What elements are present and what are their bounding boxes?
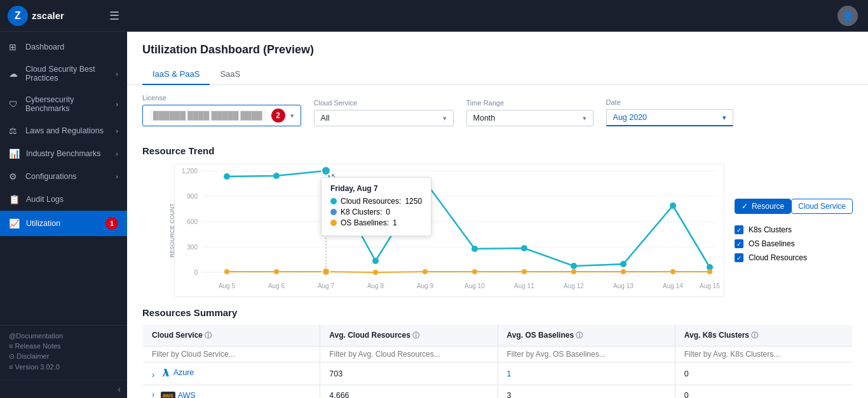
license-select[interactable]: ██████ ████ █████ ████ 2 ▾ bbox=[142, 105, 301, 126]
svg-text:300: 300 bbox=[187, 244, 198, 251]
os-baselines-dot bbox=[621, 269, 626, 274]
svg-text:1,200: 1,200 bbox=[182, 168, 198, 175]
footer-disclaimer[interactable]: ⊙ Disclaimer bbox=[9, 352, 118, 361]
cloud-service-info-icon[interactable]: ⓘ bbox=[205, 331, 212, 339]
k8s-checkbox[interactable] bbox=[735, 225, 743, 234]
os-checkbox[interactable] bbox=[735, 239, 743, 248]
tooltip-item-os: OS Baselines: 1 bbox=[330, 218, 422, 227]
user-avatar[interactable]: 👤 bbox=[837, 6, 858, 26]
filter-cloud-service[interactable] bbox=[143, 347, 320, 362]
filter-avg-k8s-clusters[interactable] bbox=[675, 347, 852, 362]
svg-text:Aug 11: Aug 11 bbox=[514, 282, 534, 289]
chart-area: RESOURCE COUNT 0 300 bbox=[142, 164, 853, 297]
sidebar-item-label: Laws and Regulations bbox=[25, 126, 104, 135]
footer-release-notes[interactable]: ≡ Release Notes bbox=[9, 342, 118, 350]
os-baselines-dot bbox=[274, 269, 279, 274]
utilization-badge: 1 bbox=[105, 217, 118, 230]
cloud-service-select[interactable]: All ▾ bbox=[314, 110, 454, 126]
filter-cloud-service-input[interactable] bbox=[152, 350, 311, 359]
filter-avg-cloud-resources-input[interactable] bbox=[329, 350, 488, 359]
cloud-service-toggle-btn[interactable]: Cloud Service bbox=[791, 199, 853, 214]
os-baselines-line bbox=[227, 272, 710, 272]
laws-icon: ⚖ bbox=[9, 126, 19, 136]
aws-avg-cloud-resources: 4,666 bbox=[320, 385, 498, 399]
os-baselines-dot bbox=[373, 270, 378, 275]
page-header: Utilization Dashboard (Preview) IaaS & P… bbox=[127, 32, 868, 85]
os-baselines-dot-active[interactable] bbox=[322, 268, 330, 275]
time-range-select[interactable]: Month ▾ bbox=[466, 110, 593, 126]
os-baselines-dot bbox=[707, 269, 712, 274]
svg-text:Aug 13: Aug 13 bbox=[613, 282, 634, 289]
sidebar-item-industry[interactable]: 📊 Industry Benchmarks › bbox=[0, 142, 127, 165]
license-badge: 2 bbox=[271, 109, 285, 123]
sidebar-item-configurations[interactable]: ⚙ Configurations › bbox=[0, 165, 127, 188]
sidebar-item-utilization[interactable]: 📈 Utilization 1 bbox=[0, 211, 127, 236]
azure-expander[interactable]: › bbox=[152, 371, 154, 380]
time-range-filter-group: Time Range Month ▾ bbox=[466, 99, 593, 126]
license-value: ██████ ████ █████ ████ bbox=[149, 110, 266, 121]
sidebar-item-label: Industry Benchmarks bbox=[26, 149, 100, 158]
date-label: Date bbox=[606, 98, 733, 106]
aws-avg-os-baselines: 3 bbox=[498, 385, 675, 399]
page-area: Utilization Dashboard (Preview) IaaS & P… bbox=[127, 32, 868, 398]
sidebar-item-label: Utilization bbox=[26, 219, 60, 228]
cloud-resources-dot bbox=[224, 173, 230, 180]
tab-iaas-paas[interactable]: IaaS & PaaS bbox=[142, 64, 210, 85]
sidebar-item-label: Cybersecurity Benchmarks bbox=[25, 95, 109, 113]
license-filter-group: License ██████ ████ █████ ████ 2 ▾ bbox=[142, 94, 301, 126]
azure-os-baselines-link[interactable]: 1 bbox=[507, 369, 512, 378]
resource-toggle-btn[interactable]: ✓ Resource bbox=[735, 199, 791, 214]
time-range-label: Time Range bbox=[466, 99, 593, 107]
azure-logo-icon bbox=[161, 368, 171, 378]
sidebar-item-label: Configurations bbox=[25, 172, 77, 181]
chevron-right-icon: › bbox=[116, 173, 118, 180]
filter-avg-os-baselines-input[interactable] bbox=[507, 350, 666, 359]
azure-link[interactable]: Azure bbox=[173, 368, 194, 377]
aws-service-cell: › aws AWS bbox=[143, 385, 320, 399]
cloud-resources-dot bbox=[620, 261, 627, 267]
tooltip-os-value: 1 bbox=[393, 218, 397, 227]
avg-k8s-clusters-info-icon[interactable]: ⓘ bbox=[751, 331, 758, 339]
filter-avg-cloud-resources[interactable] bbox=[320, 347, 498, 362]
chevron-right-icon: › bbox=[116, 100, 118, 108]
svg-text:Aug 7: Aug 7 bbox=[318, 282, 335, 289]
audit-logs-icon: 📋 bbox=[9, 194, 20, 204]
sidebar-item-laws[interactable]: ⚖ Laws and Regulations › bbox=[0, 119, 127, 142]
tooltip-item-cloud-resources: Cloud Resources: 1250 bbox=[330, 197, 422, 206]
footer-documentation[interactable]: @Documentation bbox=[9, 332, 118, 340]
cloud-resources-checkbox[interactable] bbox=[735, 253, 743, 262]
cloud-resources-legend-label: Cloud Resources bbox=[749, 253, 807, 262]
collapse-icon[interactable]: ‹ bbox=[118, 384, 121, 394]
svg-text:900: 900 bbox=[187, 193, 198, 200]
chevron-right-icon: › bbox=[116, 70, 118, 77]
th-avg-os-baselines: Avg. OS Baselines ⓘ bbox=[498, 325, 675, 347]
cloud-resources-line bbox=[227, 171, 710, 267]
aws-expander[interactable]: › bbox=[152, 390, 154, 398]
os-baselines-dot bbox=[224, 269, 229, 274]
logo-icon: Z bbox=[8, 6, 28, 26]
configurations-icon: ⚙ bbox=[9, 171, 19, 182]
avg-os-baselines-info-icon[interactable]: ⓘ bbox=[576, 331, 583, 339]
sidebar-item-cloud-security[interactable]: ☁ Cloud Security Best Practices › bbox=[0, 58, 127, 89]
date-select[interactable]: Aug 2020 ▾ bbox=[606, 109, 733, 126]
aws-link[interactable]: AWS bbox=[178, 391, 196, 398]
sidebar-item-dashboard[interactable]: ⊞ Dashboard bbox=[0, 36, 127, 58]
svg-text:Aug 6: Aug 6 bbox=[268, 282, 285, 289]
hamburger-icon[interactable]: ☰ bbox=[109, 9, 119, 23]
avg-cloud-resources-info-icon[interactable]: ⓘ bbox=[412, 331, 419, 339]
cloud-resources-dot bbox=[670, 202, 676, 209]
sidebar-item-audit-logs[interactable]: 📋 Audit Logs bbox=[0, 188, 127, 211]
os-dot-legend bbox=[330, 220, 337, 226]
filter-avg-k8s-clusters-input[interactable] bbox=[684, 350, 843, 359]
y-axis-label: RESOURCE COUNT bbox=[169, 203, 175, 258]
sidebar-item-cybersecurity[interactable]: 🛡 Cybersecurity Benchmarks › bbox=[0, 89, 127, 119]
svg-text:Aug 8: Aug 8 bbox=[367, 282, 384, 289]
tooltip-cloud-resources-label: Cloud Resources: bbox=[341, 197, 401, 206]
cloud-resources-dot bbox=[372, 258, 379, 264]
tab-saas[interactable]: SaaS bbox=[210, 64, 250, 85]
check-icon: ✓ bbox=[742, 202, 748, 211]
cloud-resources-dot-legend bbox=[330, 198, 337, 204]
os-baselines-dot bbox=[571, 269, 576, 274]
chart-legend: ✓ Resource Cloud Service K8s Clusters O bbox=[735, 164, 853, 297]
filter-avg-os-baselines[interactable] bbox=[498, 347, 675, 362]
